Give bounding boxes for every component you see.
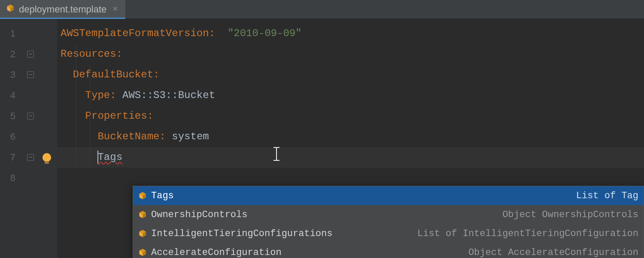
editor-area: 1 2 3 4 5 6 7 8 − − − − AWSTemplateForma… xyxy=(0,19,644,258)
tab-bar: deployment.template × xyxy=(0,0,644,19)
line-number-gutter: 1 2 3 4 5 6 7 8 xyxy=(0,19,25,258)
line-number: 2 xyxy=(0,44,25,64)
completion-type: List of Tag xyxy=(178,190,638,201)
fold-icon[interactable]: − xyxy=(27,71,34,78)
fold-icon[interactable]: − xyxy=(27,113,34,120)
indent-guide xyxy=(90,64,90,168)
completion-item-accelerateconfiguration[interactable]: AccelerateConfiguration Object Accelerat… xyxy=(133,243,644,258)
property-icon xyxy=(138,191,147,200)
completion-item-ownershipcontrols[interactable]: OwnershipControls Object OwnershipContro… xyxy=(133,205,644,224)
fold-icon[interactable]: − xyxy=(27,51,34,58)
code-line-current[interactable]: Tags xyxy=(57,147,644,168)
typed-text: Tags xyxy=(97,151,122,163)
tab-label: deployment.template xyxy=(19,4,106,15)
line-number: 6 xyxy=(0,126,25,147)
completion-type: List of IntelligentTieringConfiguration xyxy=(337,228,638,239)
fold-gutter: − − − − xyxy=(25,19,36,258)
line-number: 7 xyxy=(0,147,25,168)
line-number: 4 xyxy=(0,85,25,106)
code-line[interactable]: BucketName: system xyxy=(57,126,644,147)
fold-icon[interactable]: − xyxy=(27,154,34,161)
code-line[interactable]: Type: AWS::S3::Bucket xyxy=(57,85,644,106)
completion-type: Object AccelerateConfiguration xyxy=(286,247,638,258)
code-line[interactable]: Resources: xyxy=(57,44,644,64)
completion-type: Object OwnershipControls xyxy=(252,209,638,220)
cloudformation-file-icon xyxy=(6,4,15,15)
code-line[interactable]: AWSTemplateFormatVersion: "2010-09-09" xyxy=(57,23,644,44)
completion-label: Tags xyxy=(151,190,174,201)
code-line[interactable] xyxy=(57,168,644,188)
completion-item-tags[interactable]: Tags List of Tag xyxy=(133,186,644,205)
code-completion-popup[interactable]: Tags List of Tag OwnershipControls Objec… xyxy=(133,186,644,258)
property-icon xyxy=(138,229,147,238)
completion-label: IntelligentTieringConfigurations xyxy=(151,228,332,239)
indicator-gutter xyxy=(36,19,57,258)
property-icon xyxy=(138,210,147,219)
completion-label: AccelerateConfiguration xyxy=(151,247,282,258)
code-viewport[interactable]: AWSTemplateFormatVersion: "2010-09-09" R… xyxy=(57,19,644,258)
property-icon xyxy=(138,248,147,257)
intention-bulb-icon[interactable] xyxy=(43,153,51,162)
line-number: 8 xyxy=(0,168,25,188)
completion-label: OwnershipControls xyxy=(151,209,247,220)
tab-deployment-template[interactable]: deployment.template × xyxy=(0,0,125,18)
indent-guide xyxy=(76,44,76,168)
completion-item-intelligenttieringconfigurations[interactable]: IntelligentTieringConfigurations List of… xyxy=(133,224,644,243)
line-number: 1 xyxy=(0,23,25,44)
close-icon[interactable]: × xyxy=(111,4,119,14)
line-number: 5 xyxy=(0,106,25,126)
code-line[interactable]: DefaultBucket: xyxy=(57,64,644,85)
line-number: 3 xyxy=(0,64,25,85)
code-line[interactable]: Properties: xyxy=(57,106,644,126)
